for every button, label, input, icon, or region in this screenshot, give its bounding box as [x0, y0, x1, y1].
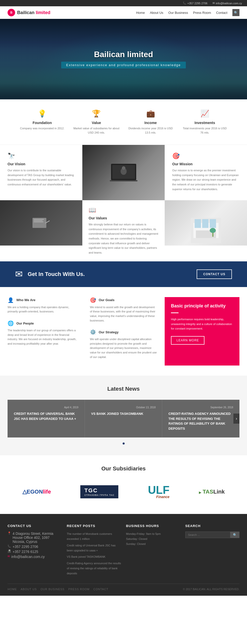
about-middle: 🎯 Our Goals We intend to assist with the… [85, 297, 162, 366]
footer-nav-press[interactable]: PRESS ROOM [68, 588, 90, 591]
news-heading: Latest News [8, 386, 239, 392]
footer-phone2: +357 2276 6125 [13, 550, 38, 554]
vision-laptop-image [82, 145, 165, 200]
mission-panel: 🎯 Our Mission Our mission is to emerge a… [165, 145, 247, 200]
footer-search-button[interactable]: 🔍 [230, 532, 239, 538]
footer-post-4[interactable]: Credit-Rating Agency announced the resul… [67, 562, 121, 575]
svg-rect-15 [210, 219, 216, 228]
email-info: ✉ info@bailican.com.cy [213, 2, 242, 5]
mail-icon: ✉ [15, 269, 23, 279]
people-text: The leadership team of our group of comp… [8, 328, 80, 346]
phone1-icon: 📞 [8, 545, 11, 549]
footer-search-form: 🔍 [185, 532, 239, 538]
stat-investments: 📈 Investments Total investments year 201… [178, 109, 232, 135]
news-item-2: October 13, 2018 VS BANK JOINED TASKOMBA… [85, 400, 162, 437]
news-date-3: September 26, 2018 [168, 406, 233, 409]
contact-banner-text: Get In Touch With Us. [28, 271, 85, 277]
vision-text: Our vision is to contribute to the susta… [8, 168, 75, 187]
people-icon: 🌐 [8, 320, 14, 326]
email-icon: ✉ [8, 555, 10, 559]
footer-address: 4 Diagorou Street, Kermia House Office 4… [13, 532, 62, 544]
contact-us-button[interactable]: CONTACT US [197, 269, 232, 279]
our-goals: 🎯 Our Goals We intend to assist with the… [90, 297, 157, 323]
egon-logo: △EGONlife [22, 489, 51, 495]
footer-posts-heading: RECENT POSTS [67, 524, 121, 528]
nav-contact[interactable]: Contact [216, 11, 227, 15]
footer-bottom-nav: HOME ABOUT US OUR BUSINESS PRESS ROOM CO… [8, 588, 108, 591]
nav-business[interactable]: Our Business [168, 11, 188, 15]
decorative-line [171, 312, 179, 313]
principle-title: Basic principle of activity [171, 303, 233, 309]
taslink-logo: ▶ TASLink [199, 489, 225, 495]
values-title: Our Values [89, 216, 158, 220]
footer-hours-weekday: Monday-Friday: 9am to 5pm [126, 532, 180, 537]
footer-hours: BUSINESS HOURS Monday-Friday: 9am to 5pm… [126, 524, 180, 576]
footer-post-1[interactable]: The number of Monobank customers exceede… [67, 532, 112, 540]
svg-rect-2 [110, 180, 137, 181]
nav-pressroom[interactable]: Press Room [193, 11, 211, 15]
tgc-logo: TGC СТРАХОВА ГРУПА ТАС [80, 485, 118, 498]
value-desc: Market value of subsidiaries for about U… [73, 126, 120, 135]
mission-title: Our Mission [172, 162, 239, 166]
foundation-icon: 💡 [19, 109, 65, 118]
footer-post-3[interactable]: VS Bank joined TASKOMBANK [67, 555, 105, 558]
learn-more-button[interactable]: LEARN MORE [171, 336, 204, 345]
values-text: We strongly believe that our return on v… [89, 222, 158, 255]
svg-point-17 [210, 228, 216, 233]
investments-title: Investments [182, 121, 228, 125]
news-grid: April 4, 2019 CREDIT RATING OF UNIVERSAL… [8, 400, 239, 437]
svg-rect-14 [202, 219, 208, 228]
news-item-3: September 26, 2018 CREDIT-RATING AGENCY … [162, 400, 239, 437]
footer-nav-home[interactable]: HOME [8, 588, 17, 591]
svg-rect-8 [34, 222, 43, 222]
foundation-title: Foundation [19, 121, 65, 125]
income-title: Income [127, 121, 174, 125]
footer-search-input[interactable] [185, 532, 230, 538]
footer-nav-about[interactable]: ABOUT US [21, 588, 37, 591]
news-dot-1[interactable] [123, 442, 125, 445]
news-title-1: CREDIT RATING OF UNIVERSAL BANK JSC HAS … [14, 411, 78, 421]
logo-icon: B [8, 9, 15, 16]
footer: CONTACT US 📍 4 Diagorou Street, Kermia H… [0, 514, 247, 595]
news-dots [8, 441, 239, 445]
about-section: 👤 Who We Are We are a holding company th… [0, 287, 247, 376]
hero-title: Bailican limited [61, 50, 186, 59]
footer-hours-saturday: Saturday: Closed [126, 537, 180, 542]
footer-recent-posts: RECENT POSTS The number of Monobank cust… [67, 524, 121, 576]
footer-nav-contact[interactable]: CONTACT [93, 588, 108, 591]
stats-section: 💡 Foundation Company was incorporated in… [0, 99, 247, 145]
contact-banner: ✉ Get In Touch With Us. CONTACT US [0, 261, 247, 287]
principle-panel: Basic principle of activity High perform… [165, 297, 239, 366]
subsidiaries-heading: Our Subsidiaries [8, 465, 239, 472]
svg-rect-6 [34, 219, 44, 220]
top-bar: 📞 +357 2295 2706 ✉ info@bailican.com.cy [0, 0, 247, 6]
phone-info: 📞 +357 2295 2706 [183, 2, 207, 5]
hero-section: Bailican limited Extensive experience an… [0, 19, 247, 99]
footer-grid: CONTACT US 📍 4 Diagorou Street, Kermia H… [8, 524, 239, 576]
vision-icon: 🔭 [8, 152, 75, 159]
footer-post-2[interactable]: Credit rating of Universal Bank JSC has … [67, 544, 116, 552]
foundation-desc: Company was incorporated in 2012. [19, 126, 65, 131]
hero-content: Bailican limited Extensive experience an… [61, 50, 186, 68]
news-date-2: October 13, 2018 [91, 406, 156, 409]
vision-panel: 🔭 Our Vision Our vision is to contribute… [0, 145, 82, 200]
logo: B Bailican limited [8, 9, 50, 16]
news-next-button[interactable]: › [233, 414, 239, 424]
footer-nav-business[interactable]: OUR BUSINESS [41, 588, 64, 591]
footer-contact-heading: CONTACT US [8, 524, 62, 528]
nav-home[interactable]: Home [136, 11, 145, 15]
strategy-text: We will operate under disciplined capita… [90, 337, 157, 359]
nav-about[interactable]: About Us [150, 11, 163, 15]
search-button[interactable]: 🔍 [232, 9, 239, 16]
phone2-icon: 📠 [8, 550, 11, 554]
stat-foundation: 💡 Foundation Company was incorporated in… [15, 109, 69, 135]
footer-copyright: © 2017 BAILICAN. ALL RIGHTS RESERVED. [183, 588, 239, 591]
value-title: Value [73, 121, 120, 125]
footer-phone1: +357 2295 2706 [13, 545, 38, 549]
about-left: 👤 Who We Are We are a holding company th… [8, 297, 85, 366]
svg-rect-7 [34, 220, 43, 221]
goals-text: We intend to assist with the growth and … [90, 305, 157, 323]
stat-income: 💼 Income Dividends income year 2016 is U… [124, 109, 178, 135]
footer-search-heading: SEARCH [185, 524, 239, 528]
investments-desc: Total investments year 2016 is USD 76 ml… [182, 126, 228, 135]
